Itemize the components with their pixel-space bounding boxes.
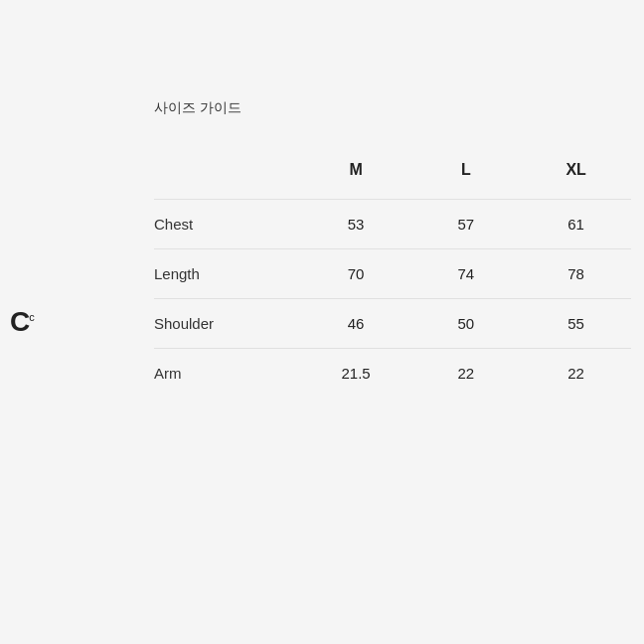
row-m-value: 21.5: [301, 348, 411, 398]
row-m-value: 46: [301, 298, 411, 348]
row-l-value: 57: [410, 199, 521, 248]
row-m-value: 70: [301, 248, 411, 298]
watermark-superscript: c: [29, 311, 34, 323]
table-row: Chest535761: [154, 199, 631, 248]
size-table: M L XL Chest535761Length707478Shoulder46…: [154, 145, 631, 398]
header-l: L: [410, 145, 521, 199]
table-row: Shoulder465055: [154, 298, 631, 348]
row-xl-value: 22: [521, 348, 631, 398]
row-label: Chest: [154, 199, 301, 248]
row-m-value: 53: [301, 199, 411, 248]
page-container: Cc 사이즈 가이드 M L XL Chest535761Length70747…: [0, 0, 644, 644]
row-l-value: 50: [410, 298, 521, 348]
row-label: Length: [154, 248, 301, 298]
row-l-value: 74: [410, 248, 521, 298]
header-label: [154, 145, 301, 199]
watermark: Cc: [10, 306, 34, 338]
row-label: Arm: [154, 348, 301, 398]
section-title: 사이즈 가이드: [154, 99, 631, 117]
table-row: Arm21.52222: [154, 348, 631, 398]
table-header-row: M L XL: [154, 145, 631, 199]
table-row: Length707478: [154, 248, 631, 298]
row-xl-value: 78: [521, 248, 631, 298]
row-xl-value: 61: [521, 199, 631, 248]
row-xl-value: 55: [521, 298, 631, 348]
header-m: M: [301, 145, 411, 199]
header-xl: XL: [521, 145, 631, 199]
row-l-value: 22: [410, 348, 521, 398]
row-label: Shoulder: [154, 298, 301, 348]
watermark-letter: C: [10, 306, 29, 337]
content-area: 사이즈 가이드 M L XL Chest535761Length707478Sh…: [154, 99, 631, 398]
